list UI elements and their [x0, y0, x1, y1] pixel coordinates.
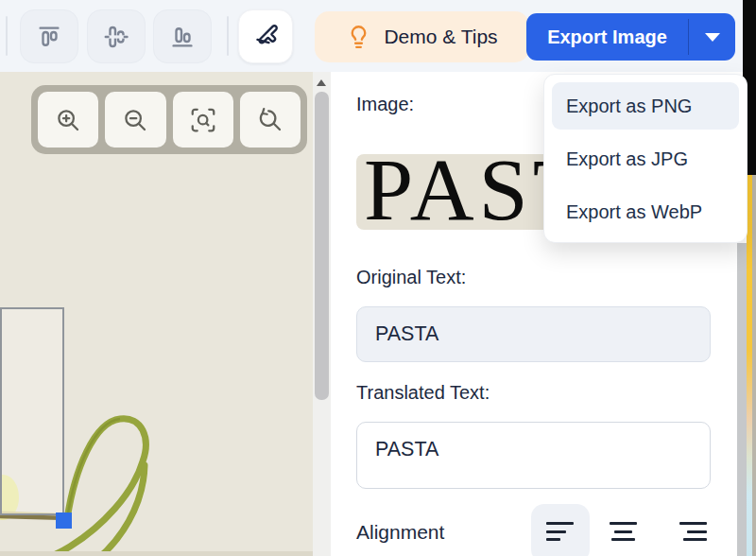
top-toolbar: Demo & Tips Export Image — [0, 0, 756, 72]
align-top-button[interactable] — [20, 9, 78, 63]
zoom-out-button[interactable] — [105, 92, 165, 148]
align-middle-icon — [102, 23, 130, 51]
align-bottom-icon — [168, 23, 197, 51]
menu-item-export-png[interactable]: Export as PNG — [552, 82, 739, 130]
original-text-input[interactable] — [356, 306, 711, 362]
align-bottom-button[interactable] — [153, 9, 212, 63]
export-dropdown-menu: Export as PNG Export as JPG Export as We… — [543, 74, 747, 243]
align-right-button[interactable] — [663, 504, 722, 556]
zoom-toolbar — [31, 85, 307, 154]
zoom-reset-icon — [256, 106, 284, 134]
export-dropdown-toggle[interactable] — [689, 13, 735, 61]
align-left-icon — [546, 522, 575, 542]
paintbrush-icon — [253, 24, 279, 49]
zoom-in-icon — [54, 106, 82, 134]
zoom-to-fit-button[interactable] — [173, 92, 233, 148]
panel-scrollbar-thumb[interactable] — [737, 243, 747, 556]
brush-tool-button[interactable] — [238, 9, 293, 63]
zoom-in-button[interactable] — [38, 92, 98, 148]
translated-text-label: Translated Text: — [356, 382, 490, 404]
align-middle-button[interactable] — [87, 9, 146, 63]
toolbar-divider — [6, 16, 8, 56]
image-canvas[interactable] — [0, 72, 313, 556]
text-selection-box[interactable] — [0, 307, 64, 515]
zoom-to-fit-icon — [189, 106, 217, 134]
toolbar-divider — [227, 16, 229, 56]
align-left-button[interactable] — [531, 504, 590, 556]
alignment-label: Alignment — [356, 521, 444, 544]
scrollbar-up-arrow-icon[interactable] — [317, 79, 326, 86]
image-label: Image: — [356, 94, 414, 115]
demo-tips-label: Demo & Tips — [384, 26, 497, 48]
canvas-edge — [0, 551, 313, 556]
page-scrollbar[interactable] — [752, 175, 756, 556]
menu-item-export-webp[interactable]: Export as WebP — [552, 188, 739, 235]
app-window: Demo & Tips Export Image — [0, 0, 756, 556]
chevron-down-icon — [705, 33, 720, 42]
zoom-reset-button[interactable] — [240, 92, 301, 148]
export-image-label: Export Image — [526, 13, 688, 61]
align-right-icon — [679, 522, 707, 542]
demo-tips-button[interactable]: Demo & Tips — [315, 11, 529, 62]
zoom-out-icon — [121, 106, 149, 134]
canvas-scrollbar-thumb[interactable] — [315, 92, 329, 400]
lightbulb-icon — [346, 25, 371, 50]
original-text-label: Original Text: — [356, 267, 466, 288]
align-top-icon — [35, 23, 63, 51]
menu-item-export-jpg[interactable]: Export as JPG — [552, 135, 739, 182]
align-center-icon — [610, 522, 638, 542]
selection-resize-handle[interactable] — [56, 513, 72, 529]
align-center-button[interactable] — [594, 504, 653, 556]
canvas-scrollbar[interactable] — [313, 72, 331, 556]
translated-text-input[interactable]: PASTA — [356, 422, 711, 489]
export-image-button[interactable]: Export Image — [526, 13, 735, 61]
